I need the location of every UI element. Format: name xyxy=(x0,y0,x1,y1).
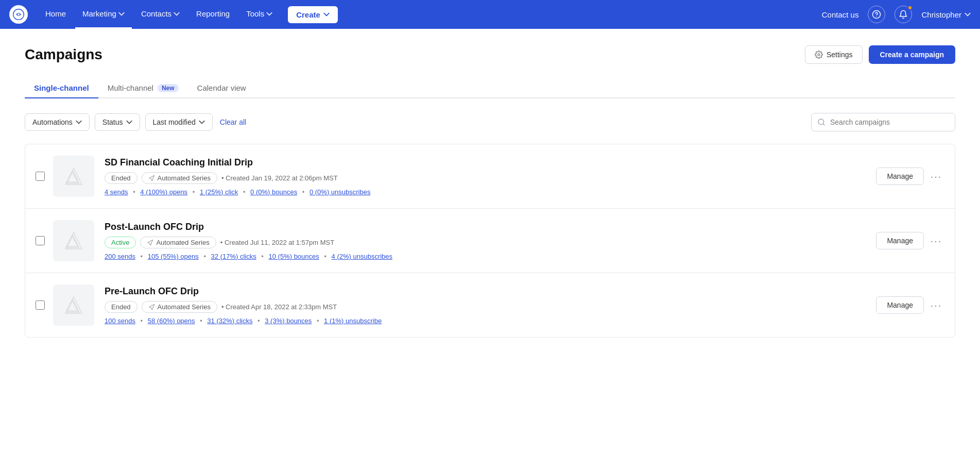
nav-contacts[interactable]: Contacts xyxy=(134,0,187,29)
clear-all-button[interactable]: Clear all xyxy=(220,118,246,126)
nav-home[interactable]: Home xyxy=(38,0,73,29)
type-badge-3: Automated Series xyxy=(142,301,217,313)
nav-marketing[interactable]: Marketing xyxy=(75,0,132,29)
stat-clicks-1[interactable]: 1 (25%) click xyxy=(200,188,238,196)
nav-tools[interactable]: Tools xyxy=(239,0,280,29)
page-header: Campaigns Settings Create a campaign xyxy=(25,45,955,64)
manage-button-2[interactable]: Manage xyxy=(876,232,924,249)
campaign-checkbox-3[interactable] xyxy=(36,300,45,310)
campaign-checkbox-1[interactable] xyxy=(36,172,45,181)
send-icon-2 xyxy=(147,239,153,246)
campaign-meta-1: Ended Automated Series • Created Jan 19,… xyxy=(105,172,868,184)
svg-point-1 xyxy=(18,13,20,15)
type-badge-2: Automated Series xyxy=(140,237,216,248)
manage-button-3[interactable]: Manage xyxy=(876,296,924,314)
tabs: Single-channel Multi-channel New Calenda… xyxy=(25,78,955,98)
campaign-info-3: Pre-Launch OFC Drip Ended Automated Seri… xyxy=(105,286,868,325)
stat-sends-2[interactable]: 200 sends xyxy=(105,253,135,260)
stat-clicks-3[interactable]: 31 (32%) clicks xyxy=(207,317,252,325)
more-button-2[interactable]: ··· xyxy=(928,232,944,249)
status-badge-2: Active xyxy=(105,237,136,248)
stat-sends-3[interactable]: 100 sends xyxy=(105,317,135,325)
page-content: Campaigns Settings Create a campaign Sin… xyxy=(0,29,980,354)
stat-opens-1[interactable]: 4 (100%) opens xyxy=(140,188,187,196)
last-modified-filter[interactable]: Last modified xyxy=(145,113,213,131)
campaign-item: SD Financial Coaching Initial Drip Ended… xyxy=(25,144,955,208)
tab-single-channel[interactable]: Single-channel xyxy=(25,78,98,98)
status-badge-3: Ended xyxy=(105,301,137,313)
create-button[interactable]: Create xyxy=(288,6,338,23)
campaign-info-1: SD Financial Coaching Initial Drip Ended… xyxy=(105,157,868,196)
stat-opens-3[interactable]: 58 (60%) opens xyxy=(148,317,195,325)
search-input[interactable] xyxy=(811,113,955,131)
campaign-created-3: • Created Apr 18, 2022 at 2:33pm MST xyxy=(221,303,337,311)
type-badge-1: Automated Series xyxy=(142,172,217,184)
campaign-name-3: Pre-Launch OFC Drip xyxy=(105,286,868,297)
status-filter[interactable]: Status xyxy=(95,113,140,131)
campaign-checkbox-2[interactable] xyxy=(36,236,45,245)
create-campaign-button[interactable]: Create a campaign xyxy=(869,45,956,64)
campaign-meta-3: Ended Automated Series • Created Apr 18,… xyxy=(105,301,868,313)
stat-bounces-3[interactable]: 3 (3%) bounces xyxy=(265,317,312,325)
campaign-item: Pre-Launch OFC Drip Ended Automated Seri… xyxy=(25,273,955,338)
notification-dot xyxy=(907,5,913,10)
svg-point-3 xyxy=(818,54,820,56)
header-actions: Settings Create a campaign xyxy=(805,45,955,64)
manage-button-1[interactable]: Manage xyxy=(876,167,924,185)
campaign-actions-2: Manage ··· xyxy=(876,232,944,249)
more-button-3[interactable]: ··· xyxy=(928,297,944,313)
send-icon-3 xyxy=(148,304,155,310)
search-wrap xyxy=(811,113,955,131)
notifications-button[interactable] xyxy=(895,6,912,23)
search-icon xyxy=(817,118,826,126)
status-badge-1: Ended xyxy=(105,172,137,184)
stat-opens-2[interactable]: 105 (55%) opens xyxy=(148,253,199,260)
campaign-thumbnail-1 xyxy=(53,156,94,197)
logo[interactable] xyxy=(9,5,28,24)
stat-unsubs-3[interactable]: 1 (1%) unsubscribe xyxy=(324,317,382,325)
stat-clicks-2[interactable]: 32 (17%) clicks xyxy=(211,253,256,260)
help-button[interactable] xyxy=(868,6,885,23)
topnav-right: Contact us Christopher xyxy=(822,6,971,23)
stat-unsubs-2[interactable]: 4 (2%) unsubscribes xyxy=(332,253,393,260)
tab-calendar-view[interactable]: Calendar view xyxy=(188,78,255,98)
stat-bounces-1[interactable]: 0 (0%) bounces xyxy=(250,188,297,196)
send-icon-1 xyxy=(148,175,155,181)
user-menu[interactable]: Christopher xyxy=(921,10,971,19)
campaign-stats-1: 4 sends • 4 (100%) opens • 1 (25%) click… xyxy=(105,188,868,196)
campaign-thumbnail-3 xyxy=(53,284,94,326)
automations-filter[interactable]: Automations xyxy=(25,113,90,131)
campaign-list: SD Financial Coaching Initial Drip Ended… xyxy=(25,144,955,338)
campaign-item: Post-Launch OFC Drip Active Automated Se… xyxy=(25,208,955,273)
filters: Automations Status Last modified Clear a… xyxy=(25,113,955,131)
campaign-created-2: • Created Jul 11, 2022 at 1:57pm MST xyxy=(220,239,334,246)
campaign-name-2: Post-Launch OFC Drip xyxy=(105,222,868,232)
tab-multi-channel[interactable]: Multi-channel New xyxy=(98,78,188,98)
stat-unsubs-1[interactable]: 0 (0%) unsubscribes xyxy=(310,188,371,196)
campaign-stats-2: 200 sends • 105 (55%) opens • 32 (17%) c… xyxy=(105,253,868,260)
campaign-meta-2: Active Automated Series • Created Jul 11… xyxy=(105,237,868,248)
stat-sends-1[interactable]: 4 sends xyxy=(105,188,128,196)
campaign-actions-3: Manage ··· xyxy=(876,296,944,314)
campaign-stats-3: 100 sends • 58 (60%) opens • 31 (32%) cl… xyxy=(105,317,868,325)
campaign-name-1: SD Financial Coaching Initial Drip xyxy=(105,157,868,168)
nav-reporting[interactable]: Reporting xyxy=(189,0,237,29)
contact-us-link[interactable]: Contact us xyxy=(822,10,859,19)
campaign-thumbnail-2 xyxy=(53,220,94,261)
campaign-info-2: Post-Launch OFC Drip Active Automated Se… xyxy=(105,222,868,260)
more-button-1[interactable]: ··· xyxy=(928,168,944,185)
stat-bounces-2[interactable]: 10 (5%) bounces xyxy=(269,253,319,260)
topnav: Home Marketing Contacts Reporting Tools … xyxy=(0,0,980,29)
campaign-actions-1: Manage ··· xyxy=(876,167,944,185)
campaign-created-1: • Created Jan 19, 2022 at 2:06pm MST xyxy=(221,174,338,182)
settings-button[interactable]: Settings xyxy=(805,45,863,64)
page-title: Campaigns xyxy=(25,46,102,63)
new-badge: New xyxy=(158,84,179,92)
